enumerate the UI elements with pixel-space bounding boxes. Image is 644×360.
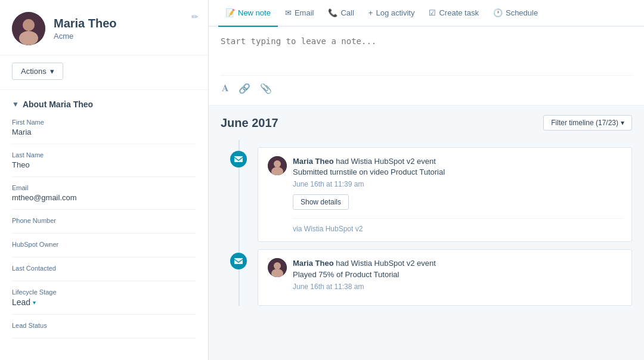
event-body-1: Maria Theo had Wistia HubSpot v2 event S…: [293, 156, 622, 233]
event-person-2: Maria Theo: [293, 259, 334, 268]
tab-create-task-label: Create task: [439, 8, 478, 17]
about-title-text: About Maria Theo: [23, 100, 93, 109]
contact-company: Acme: [54, 32, 196, 41]
event-avatar-2: [268, 258, 287, 277]
field-last-name: Last Name Theo: [12, 151, 196, 177]
tab-schedule[interactable]: 🕐 Schedule: [486, 0, 545, 27]
last-name-label: Last Name: [12, 151, 196, 159]
field-email: Email mtheo@gmail.com: [12, 184, 196, 210]
first-name-label: First Name: [12, 119, 196, 126]
timeline-entry-1: Maria Theo had Wistia HubSpot v2 event S…: [227, 140, 644, 242]
svg-point-2: [19, 31, 38, 45]
timeline-area: June 2017 Filter timeline (17/23) ▾: [209, 105, 644, 360]
timeline-card-2: Maria Theo had Wistia HubSpot v2 event P…: [258, 249, 632, 305]
tab-email[interactable]: ✉ Email: [278, 0, 321, 27]
show-details-label-1: Show details: [301, 198, 341, 206]
about-chevron-icon[interactable]: ▼: [12, 100, 19, 108]
svg-point-6: [274, 160, 281, 167]
about-title: ▼ About Maria Theo: [12, 100, 196, 109]
field-lead-status: Lead Status: [12, 322, 196, 339]
right-panel: 📝 New note ✉ Email 📞 Call + Log activity…: [209, 0, 644, 360]
event-detail-1: Submitted turnstile on video Product Tut…: [293, 167, 445, 176]
lead-status-label: Lead Status: [12, 322, 196, 329]
event-title-1: Maria Theo had Wistia HubSpot v2 event S…: [293, 156, 622, 178]
first-name-value: Maria: [12, 128, 196, 136]
actions-label: Actions: [21, 67, 47, 76]
hubspot-owner-label: HubSpot Owner: [12, 241, 196, 248]
contact-header: Maria Theo Acme ✏: [0, 0, 208, 55]
attachment-icon[interactable]: 📎: [259, 82, 273, 95]
email-value: mtheo@gmail.com: [12, 193, 196, 202]
note-toolbar: 𝐀 🔗 📎: [221, 75, 632, 95]
svg-point-3: [23, 19, 35, 31]
lifecycle-stage-text: Lead: [12, 297, 30, 307]
new-note-icon: 📝: [225, 8, 235, 17]
timeline-dot-1: [230, 151, 247, 167]
tab-email-label: Email: [295, 8, 314, 17]
timeline-icon-col-2: [227, 242, 250, 305]
show-details-button-1[interactable]: Show details: [293, 194, 349, 210]
tab-call-label: Call: [340, 8, 354, 17]
filter-timeline-label: Filter timeline (17/23): [551, 119, 618, 127]
note-input[interactable]: [221, 36, 632, 66]
phone-label: Phone Number: [12, 217, 196, 224]
last-contacted-label: Last Contacted: [12, 265, 196, 272]
avatar: [12, 12, 45, 45]
last-name-value: Theo: [12, 160, 196, 169]
actions-button[interactable]: Actions ▾: [12, 63, 63, 80]
log-activity-icon: +: [369, 8, 373, 17]
timeline-icon-col-1: [227, 140, 250, 242]
field-phone: Phone Number: [12, 217, 196, 234]
email-label: Email: [12, 184, 196, 191]
text-format-icon[interactable]: 𝐀: [221, 82, 230, 95]
note-area: 𝐀 🔗 📎: [209, 27, 644, 105]
event-source-1: via Wistia HubSpot v2: [293, 218, 622, 233]
timeline-card-1: Maria Theo had Wistia HubSpot v2 event S…: [258, 147, 632, 242]
event-content-2: Maria Theo had Wistia HubSpot v2 event P…: [268, 258, 622, 296]
event-title-2: Maria Theo had Wistia HubSpot v2 event P…: [293, 258, 622, 280]
event-avatar-1: [268, 156, 287, 175]
event-time-1: June 16th at 11:39 am: [293, 180, 622, 188]
filter-chevron-icon: ▾: [621, 119, 624, 127]
field-lifecycle-stage: Lifecycle Stage Lead ▾: [12, 288, 196, 315]
schedule-icon: 🕐: [493, 8, 503, 17]
edit-icon[interactable]: ✏: [191, 12, 199, 21]
email-icon: ✉: [285, 8, 292, 17]
tab-log-activity-label: Log activity: [376, 8, 414, 17]
event-content-1: Maria Theo had Wistia HubSpot v2 event S…: [268, 156, 622, 233]
lifecycle-dropdown-icon[interactable]: ▾: [33, 299, 36, 306]
actions-area: Actions ▾: [0, 55, 208, 90]
contact-name-area: Maria Theo Acme: [54, 17, 196, 41]
tab-create-task[interactable]: ☑ Create task: [422, 0, 485, 27]
event-body-2: Maria Theo had Wistia HubSpot v2 event P…: [293, 258, 622, 296]
tab-call[interactable]: 📞 Call: [321, 0, 361, 27]
event-person-1: Maria Theo: [293, 157, 334, 166]
event-detail-2: Played 75% of Product Tutorial: [293, 270, 400, 279]
link-icon[interactable]: 🔗: [237, 82, 252, 95]
filter-timeline-button[interactable]: Filter timeline (17/23) ▾: [543, 115, 632, 131]
svg-rect-4: [234, 156, 243, 162]
about-section: ▼ About Maria Theo First Name Maria Last…: [0, 90, 208, 355]
tabs-bar: 📝 New note ✉ Email 📞 Call + Log activity…: [209, 0, 644, 27]
tab-new-note[interactable]: 📝 New note: [218, 0, 278, 27]
tab-new-note-label: New note: [238, 8, 271, 17]
create-task-icon: ☑: [429, 8, 436, 17]
lifecycle-stage-value[interactable]: Lead ▾: [12, 297, 196, 307]
svg-point-10: [274, 262, 281, 269]
tab-log-activity[interactable]: + Log activity: [361, 0, 422, 27]
event-time-2: June 16th at 11:38 am: [293, 283, 622, 291]
field-last-contacted: Last Contacted: [12, 265, 196, 281]
field-first-name: First Name Maria: [12, 119, 196, 144]
event-text-2: had Wistia HubSpot v2 event: [336, 259, 436, 268]
timeline-dot-2: [230, 253, 247, 269]
actions-chevron-icon: ▾: [50, 67, 54, 76]
svg-rect-8: [234, 258, 243, 264]
call-icon: 📞: [328, 8, 338, 17]
timeline-entries: Maria Theo had Wistia HubSpot v2 event S…: [209, 140, 644, 306]
left-panel: Maria Theo Acme ✏ Actions ▾ ▼ About Mari…: [0, 0, 209, 360]
tab-schedule-label: Schedule: [506, 8, 538, 17]
event-text-1: had Wistia HubSpot v2 event: [336, 157, 436, 166]
timeline-month-header: June 2017 Filter timeline (17/23) ▾: [209, 105, 644, 140]
field-hubspot-owner: HubSpot Owner: [12, 241, 196, 257]
timeline-entry-2: Maria Theo had Wistia HubSpot v2 event P…: [227, 242, 644, 305]
